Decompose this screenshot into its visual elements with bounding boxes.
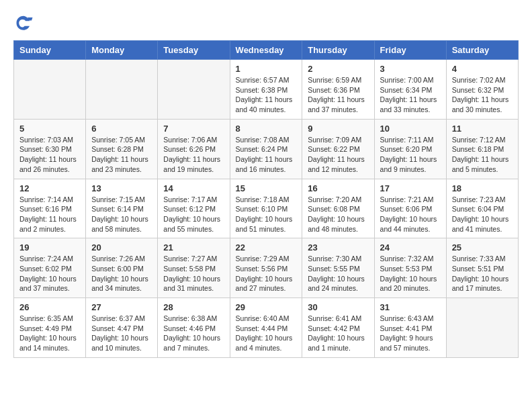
calendar-cell: 31Sunrise: 6:43 AMSunset: 4:41 PMDayligh…: [374, 298, 446, 358]
day-info: Sunrise: 6:38 AMSunset: 4:46 PMDaylight:…: [163, 314, 224, 353]
calendar-cell: 27Sunrise: 6:37 AMSunset: 4:47 PMDayligh…: [86, 298, 158, 358]
weekday-header: Saturday: [446, 41, 518, 60]
calendar-cell: 23Sunrise: 7:30 AMSunset: 5:55 PMDayligh…: [302, 238, 374, 298]
day-number: 24: [380, 242, 441, 253]
day-info: Sunrise: 6:35 AMSunset: 4:49 PMDaylight:…: [19, 314, 80, 353]
day-info: Sunrise: 6:41 AMSunset: 4:42 PMDaylight:…: [308, 314, 368, 353]
calendar-cell: 11Sunrise: 7:12 AMSunset: 6:18 PMDayligh…: [446, 119, 518, 179]
day-number: 18: [452, 183, 513, 193]
day-info: Sunrise: 7:30 AMSunset: 5:55 PMDaylight:…: [308, 254, 368, 293]
calendar-header-row: SundayMondayTuesdayWednesdayThursdayFrid…: [14, 41, 519, 60]
day-info: Sunrise: 6:59 AMSunset: 6:36 PMDaylight:…: [308, 75, 368, 115]
day-info: Sunrise: 7:17 AMSunset: 6:12 PMDaylight:…: [163, 195, 224, 234]
calendar-week-row: 12Sunrise: 7:14 AMSunset: 6:16 PMDayligh…: [14, 179, 519, 238]
day-info: Sunrise: 7:03 AMSunset: 6:30 PMDaylight:…: [19, 135, 80, 175]
day-info: Sunrise: 7:06 AMSunset: 6:26 PMDaylight:…: [163, 135, 224, 175]
day-number: 7: [163, 124, 224, 134]
weekday-header: Friday: [374, 41, 446, 60]
day-info: Sunrise: 7:26 AMSunset: 6:00 PMDaylight:…: [91, 254, 152, 293]
day-info: Sunrise: 7:23 AMSunset: 6:04 PMDaylight:…: [452, 195, 513, 234]
calendar-cell: 2Sunrise: 6:59 AMSunset: 6:36 PMDaylight…: [302, 60, 374, 120]
page-header: [13, 13, 519, 34]
day-number: 23: [308, 242, 368, 253]
calendar-cell: 18Sunrise: 7:23 AMSunset: 6:04 PMDayligh…: [446, 179, 518, 238]
calendar-cell: 29Sunrise: 6:40 AMSunset: 4:44 PMDayligh…: [230, 298, 302, 358]
calendar-table: SundayMondayTuesdayWednesdayThursdayFrid…: [13, 40, 519, 358]
calendar-cell: 19Sunrise: 7:24 AMSunset: 6:02 PMDayligh…: [14, 238, 86, 298]
calendar-cell: 7Sunrise: 7:06 AMSunset: 6:26 PMDaylight…: [158, 119, 230, 179]
calendar-cell: 20Sunrise: 7:26 AMSunset: 6:00 PMDayligh…: [86, 238, 158, 298]
calendar-week-row: 19Sunrise: 7:24 AMSunset: 6:02 PMDayligh…: [14, 238, 519, 298]
weekday-header: Wednesday: [230, 41, 302, 60]
day-number: 20: [91, 242, 152, 253]
day-info: Sunrise: 7:11 AMSunset: 6:20 PMDaylight:…: [380, 135, 441, 175]
day-info: Sunrise: 6:57 AMSunset: 6:38 PMDaylight:…: [236, 75, 297, 115]
calendar-cell: 17Sunrise: 7:21 AMSunset: 6:06 PMDayligh…: [374, 179, 446, 238]
day-info: Sunrise: 7:00 AMSunset: 6:34 PMDaylight:…: [380, 75, 441, 115]
day-info: Sunrise: 7:12 AMSunset: 6:18 PMDaylight:…: [452, 135, 513, 175]
day-info: Sunrise: 7:15 AMSunset: 6:14 PMDaylight:…: [91, 195, 152, 234]
day-number: 25: [452, 242, 513, 253]
calendar-cell: 5Sunrise: 7:03 AMSunset: 6:30 PMDaylight…: [14, 119, 86, 179]
day-info: Sunrise: 7:09 AMSunset: 6:22 PMDaylight:…: [308, 135, 368, 175]
day-info: Sunrise: 6:37 AMSunset: 4:47 PMDaylight:…: [91, 314, 152, 353]
calendar-week-row: 1Sunrise: 6:57 AMSunset: 6:38 PMDaylight…: [14, 60, 519, 120]
day-number: 3: [380, 64, 441, 74]
day-info: Sunrise: 7:33 AMSunset: 5:51 PMDaylight:…: [452, 254, 513, 293]
day-number: 10: [380, 124, 441, 134]
day-number: 1: [236, 64, 297, 74]
calendar-cell: 10Sunrise: 7:11 AMSunset: 6:20 PMDayligh…: [374, 119, 446, 179]
calendar-cell: 9Sunrise: 7:09 AMSunset: 6:22 PMDaylight…: [302, 119, 374, 179]
calendar-cell: 13Sunrise: 7:15 AMSunset: 6:14 PMDayligh…: [86, 179, 158, 238]
day-info: Sunrise: 7:32 AMSunset: 5:53 PMDaylight:…: [380, 254, 441, 293]
day-info: Sunrise: 6:43 AMSunset: 4:41 PMDaylight:…: [380, 314, 441, 353]
day-number: 16: [308, 183, 368, 193]
day-number: 26: [19, 302, 80, 312]
day-number: 15: [236, 183, 297, 193]
calendar-cell: 4Sunrise: 7:02 AMSunset: 6:32 PMDaylight…: [446, 60, 518, 120]
calendar-cell: 21Sunrise: 7:27 AMSunset: 5:58 PMDayligh…: [158, 238, 230, 298]
calendar-cell: 12Sunrise: 7:14 AMSunset: 6:16 PMDayligh…: [14, 179, 86, 238]
calendar-cell: 24Sunrise: 7:32 AMSunset: 5:53 PMDayligh…: [374, 238, 446, 298]
day-info: Sunrise: 7:02 AMSunset: 6:32 PMDaylight:…: [452, 75, 513, 115]
logo-icon: [13, 13, 34, 34]
day-number: 29: [236, 302, 297, 312]
calendar-cell: 28Sunrise: 6:38 AMSunset: 4:46 PMDayligh…: [158, 298, 230, 358]
calendar-cell: 8Sunrise: 7:08 AMSunset: 6:24 PMDaylight…: [230, 119, 302, 179]
weekday-header: Sunday: [14, 41, 86, 60]
calendar-week-row: 26Sunrise: 6:35 AMSunset: 4:49 PMDayligh…: [14, 298, 519, 358]
calendar-cell: 16Sunrise: 7:20 AMSunset: 6:08 PMDayligh…: [302, 179, 374, 238]
day-number: 21: [163, 242, 224, 253]
weekday-header: Tuesday: [158, 41, 230, 60]
day-number: 2: [308, 64, 368, 74]
calendar-cell: [86, 60, 158, 120]
weekday-header: Thursday: [302, 41, 374, 60]
day-number: 17: [380, 183, 441, 193]
day-info: Sunrise: 7:05 AMSunset: 6:28 PMDaylight:…: [91, 135, 152, 175]
day-number: 11: [452, 124, 513, 134]
calendar-cell: 14Sunrise: 7:17 AMSunset: 6:12 PMDayligh…: [158, 179, 230, 238]
day-number: 19: [19, 242, 80, 253]
calendar-cell: 26Sunrise: 6:35 AMSunset: 4:49 PMDayligh…: [14, 298, 86, 358]
day-number: 31: [380, 302, 441, 312]
calendar-cell: 25Sunrise: 7:33 AMSunset: 5:51 PMDayligh…: [446, 238, 518, 298]
day-info: Sunrise: 6:40 AMSunset: 4:44 PMDaylight:…: [236, 314, 297, 353]
day-info: Sunrise: 7:18 AMSunset: 6:10 PMDaylight:…: [236, 195, 297, 234]
day-info: Sunrise: 7:29 AMSunset: 5:56 PMDaylight:…: [236, 254, 297, 293]
calendar-cell: [158, 60, 230, 120]
logo: [13, 13, 36, 34]
calendar-cell: [446, 298, 518, 358]
day-info: Sunrise: 7:14 AMSunset: 6:16 PMDaylight:…: [19, 195, 80, 234]
calendar-cell: 1Sunrise: 6:57 AMSunset: 6:38 PMDaylight…: [230, 60, 302, 120]
calendar-cell: 15Sunrise: 7:18 AMSunset: 6:10 PMDayligh…: [230, 179, 302, 238]
day-info: Sunrise: 7:20 AMSunset: 6:08 PMDaylight:…: [308, 195, 368, 234]
day-number: 9: [308, 124, 368, 134]
day-number: 22: [236, 242, 297, 253]
day-number: 27: [91, 302, 152, 312]
day-number: 14: [163, 183, 224, 193]
day-number: 8: [236, 124, 297, 134]
day-number: 28: [163, 302, 224, 312]
day-info: Sunrise: 7:27 AMSunset: 5:58 PMDaylight:…: [163, 254, 224, 293]
day-number: 30: [308, 302, 368, 312]
day-number: 4: [452, 64, 513, 74]
